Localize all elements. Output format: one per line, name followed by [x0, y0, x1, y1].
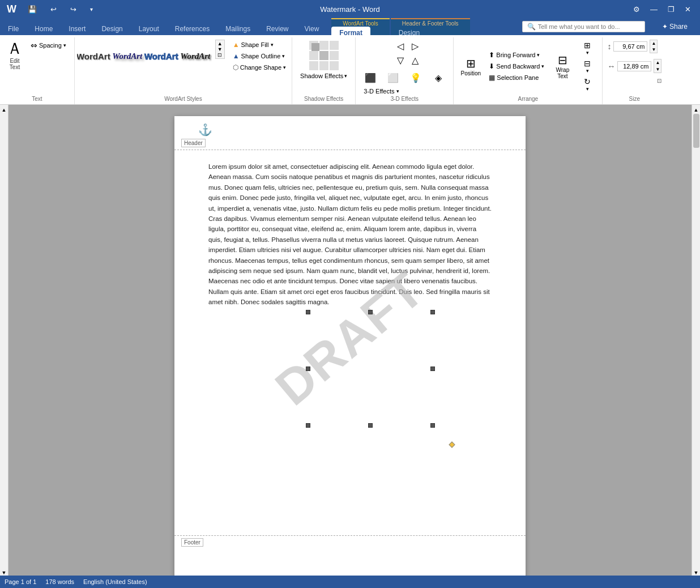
bring-forward-button[interactable]: ⬆ Bring Forward ▾: [485, 50, 548, 60]
footer-zone: Footer: [174, 535, 526, 558]
position-icon: ⊞: [466, 57, 476, 70]
height-up-button[interactable]: ▲: [650, 40, 657, 46]
handle-mid-top[interactable]: [368, 310, 373, 314]
tab-insert[interactable]: Insert: [61, 23, 93, 35]
wordart-style-3[interactable]: WordArt: [145, 40, 178, 73]
size-expand-button[interactable]: ⊡: [657, 78, 661, 84]
help-button[interactable]: ⚙: [629, 3, 644, 16]
customize-qat-button[interactable]: ▾: [86, 4, 97, 15]
wordart-style-4[interactable]: WordArt: [179, 40, 212, 73]
shadow-effects-section: Shadow Effects ▾ Shadow Effects: [292, 37, 356, 104]
word-count: 178 words: [45, 578, 74, 585]
search-icon: 🔍: [527, 23, 536, 31]
document-body[interactable]: DRAFT Lorem ipsum dolor sit amet, consec…: [174, 150, 526, 535]
scroll-down-button[interactable]: ▼: [694, 570, 699, 576]
wordart-expand-icon[interactable]: ⊡: [217, 52, 223, 58]
3d-effects-main-button[interactable]: 3-D Effects ▾: [360, 87, 449, 96]
wordart-style-1[interactable]: WordArt: [77, 40, 110, 73]
3d-effects-dropdown-icon: ▾: [396, 88, 399, 94]
shape-fill-button[interactable]: ▲ Shape Fill ▾: [229, 40, 289, 50]
shadow-effects-button[interactable]: Shadow Effects ▾: [297, 40, 351, 80]
tab-home[interactable]: Home: [27, 23, 61, 35]
close-button[interactable]: ✕: [680, 3, 695, 16]
undo-button[interactable]: ↩: [46, 3, 61, 16]
3d-effects-content: ◁ ▷ ▽ △ ⬛ ⬜ 💡 ◈ 3-D Effects ▾: [360, 40, 449, 96]
tabs-left: File Home Insert Design Layout Reference…: [0, 18, 327, 35]
handle-mid-left[interactable]: [306, 367, 310, 371]
3d-effects-section: ◁ ▷ ▽ △ ⬛ ⬜ 💡 ◈ 3-D Effects ▾: [356, 37, 454, 104]
change-shape-dropdown-icon: ▾: [283, 65, 286, 70]
tab-layout[interactable]: Layout: [131, 23, 167, 35]
restore-button[interactable]: ❐: [663, 3, 679, 16]
wordart-scroll-up-icon[interactable]: ▲: [217, 41, 223, 46]
title-text: Watermark - Word: [320, 5, 379, 14]
handle-diamond[interactable]: [449, 441, 455, 448]
height-input[interactable]: [613, 41, 647, 52]
send-backward-dropdown-icon: ▾: [541, 63, 544, 69]
group-button[interactable]: ⊟ ▾: [577, 58, 597, 75]
save-button[interactable]: 💾: [23, 3, 41, 16]
3d-depth-button[interactable]: ⬛: [360, 71, 381, 84]
edit-text-button[interactable]: Ａ EditText: [5, 40, 25, 71]
3d-direction-button[interactable]: ⬜: [383, 71, 403, 84]
wrap-text-button[interactable]: ⊟ WrapText: [550, 52, 575, 80]
handle-top-left[interactable]: [306, 310, 310, 314]
height-down-button[interactable]: ▼: [650, 46, 657, 53]
handle-mid-bottom[interactable]: [368, 423, 373, 428]
ribbon: Ａ EditText ⇔ Spacing ▾ Text WordArt: [0, 35, 700, 105]
position-button[interactable]: ⊞ Position: [458, 56, 483, 78]
tab-view[interactable]: View: [297, 23, 327, 35]
height-spinner[interactable]: ▲ ▼: [650, 40, 658, 53]
wordart-scroll-down-icon[interactable]: ▼: [217, 46, 223, 52]
align-button[interactable]: ⊞ ▾: [577, 40, 597, 57]
scroll-up-icon[interactable]: ▲: [2, 107, 7, 113]
shape-outline-button[interactable]: ▲ Shape Outline ▾: [229, 51, 289, 61]
handle-bottom-right[interactable]: [430, 423, 435, 428]
width-up-button[interactable]: ▲: [654, 59, 661, 66]
wordart-styles-content: WordArt WordArt WordArt WordArt ▲ ▼ ⊡ ▲ …: [77, 40, 289, 96]
rotate-button[interactable]: ↻ ▾: [577, 76, 597, 93]
spacing-label: Spacing: [39, 42, 62, 49]
shadow-effects-label: Shadow Effects ▾: [300, 73, 347, 79]
change-shape-button[interactable]: ⬡ Change Shape ▾: [229, 62, 289, 73]
tab-references[interactable]: References: [167, 23, 217, 35]
handle-mid-right[interactable]: [430, 367, 435, 371]
right-scrollbar[interactable]: ▲ ▼: [692, 105, 700, 576]
scroll-thumb[interactable]: [693, 114, 699, 148]
share-button[interactable]: ✦ Share: [654, 20, 695, 33]
shape-fill-dropdown-icon: ▾: [271, 42, 274, 48]
send-backward-button[interactable]: ⬇ Send Backward ▾: [485, 61, 548, 71]
width-input[interactable]: [617, 61, 651, 71]
wrap-text-icon: ⊟: [558, 53, 567, 67]
wordart-tools-group-label: WordArt Tools: [331, 20, 389, 27]
wordart-style-2[interactable]: WordArt: [111, 40, 144, 73]
size-section: ↕ ▲ ▼ ↔ ▲ ▼: [603, 37, 666, 104]
width-down-button[interactable]: ▼: [654, 66, 661, 73]
width-spinner[interactable]: ▲ ▼: [654, 59, 661, 73]
tab-design[interactable]: Design: [93, 23, 130, 35]
send-backward-label: Send Backward: [496, 63, 540, 70]
search-input[interactable]: [538, 23, 640, 30]
scroll-down-icon[interactable]: ▼: [2, 570, 7, 576]
scroll-up-button[interactable]: ▲: [694, 107, 699, 113]
body-paragraph: Lorem ipsum dolor sit amet, consectetuer…: [208, 161, 492, 307]
3d-rotate-right-button[interactable]: ▷: [405, 40, 425, 53]
document-container: ⚓ Header DRAFT Lorem ipsum dolor sit ame…: [8, 105, 692, 576]
tab-review[interactable]: Review: [258, 23, 296, 35]
wordart-scroll-buttons[interactable]: ▲ ▼ ⊡: [215, 40, 225, 59]
spacing-button[interactable]: ⇔ Spacing ▾: [27, 40, 70, 51]
3d-surface-button[interactable]: ◈: [428, 71, 449, 84]
selection-pane-button[interactable]: ▦ Selection Pane: [485, 73, 548, 83]
tab-file[interactable]: File: [0, 23, 27, 35]
width-icon: ↔: [607, 62, 615, 71]
shape-fill-label: Shape Fill: [241, 41, 269, 48]
position-label: Position: [461, 70, 481, 76]
tab-mailings[interactable]: Mailings: [217, 23, 258, 35]
handle-bottom-left[interactable]: [306, 423, 310, 428]
3d-lighting-button[interactable]: 💡: [406, 71, 426, 84]
3d-tilt-up-button[interactable]: △: [405, 54, 425, 67]
shadow-effects-content: Shadow Effects ▾: [297, 40, 351, 96]
minimize-button[interactable]: —: [646, 3, 662, 16]
handle-top-right[interactable]: [430, 310, 435, 314]
redo-button[interactable]: ↪: [66, 3, 81, 16]
